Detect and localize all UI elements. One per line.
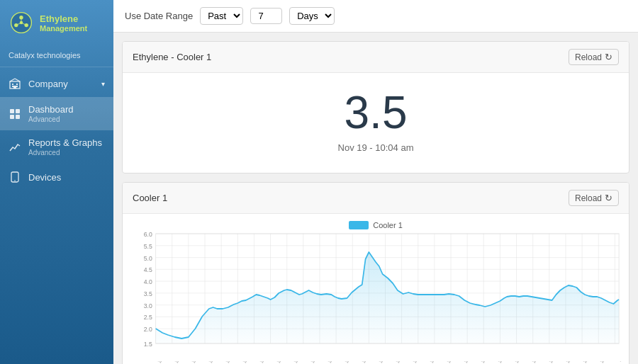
line-chart: 6.0 5.5 5.0 4.5 4.0 3.5 3.0 2.5 2.0 1.5 xyxy=(130,232,622,360)
sidebar-item-company[interactable]: Company ▾ xyxy=(0,70,113,97)
svg-rect-12 xyxy=(16,86,18,87)
chart-body: Cooler 1 xyxy=(123,214,629,364)
svg-text:2.5: 2.5 xyxy=(144,314,152,321)
chart-card-header: Cooler 1 Reload ↻ xyxy=(123,183,629,214)
chart-reload-icon: ↻ xyxy=(605,193,612,203)
reports-nav-sublabel: Advanced xyxy=(28,149,102,157)
building-icon xyxy=(9,77,21,90)
chart-card: Cooler 1 Reload ↻ Cooler 1 xyxy=(122,182,629,364)
days-input[interactable] xyxy=(250,8,282,24)
svg-rect-18 xyxy=(10,115,14,119)
x-axis-labels: 2024-11-12 7PM 2024-11-13 1AM 2024-11-13… xyxy=(130,361,622,364)
chart-reload-label: Reload xyxy=(575,193,602,203)
date-range-label: Use Date Range xyxy=(125,11,193,21)
reload-icon: ↻ xyxy=(605,52,612,62)
ethylene-card: Ethylene - Cooler 1 Reload ↻ 3.5 Nov 19 … xyxy=(122,41,629,174)
svg-rect-13 xyxy=(13,86,16,89)
ethylene-card-title: Ethylene - Cooler 1 xyxy=(133,52,211,62)
sidebar-nav: Company ▾ Dashboard Advanced xyxy=(0,67,113,190)
svg-rect-19 xyxy=(16,115,20,119)
company-nav-label: Company xyxy=(28,79,68,89)
grid-icon xyxy=(9,108,21,120)
logo-text-line2: Management xyxy=(40,24,87,33)
chevron-down-icon: ▾ xyxy=(101,80,105,88)
svg-rect-10 xyxy=(16,84,18,85)
svg-text:6.0: 6.0 xyxy=(144,232,152,238)
logo-text-line1: Ethylene xyxy=(40,13,87,24)
svg-text:5.5: 5.5 xyxy=(144,243,152,250)
reports-nav-label: Reports & Graphs xyxy=(28,137,102,148)
sidebar-item-dashboard[interactable]: Dashboard Advanced xyxy=(0,97,113,130)
svg-text:4.5: 4.5 xyxy=(144,266,152,273)
sidebar-item-reports[interactable]: Reports & Graphs Advanced xyxy=(0,130,113,164)
svg-text:2.0: 2.0 xyxy=(144,326,152,333)
svg-text:4.0: 4.0 xyxy=(144,278,152,285)
logo-icon xyxy=(9,10,34,35)
sidebar-company: Catalyx technologies xyxy=(0,45,113,67)
main-content: Use Date Range Past Days Ethylene - Cool… xyxy=(113,0,638,364)
reload-label: Reload xyxy=(575,52,602,62)
dashboard-nav-label: Dashboard xyxy=(28,104,74,115)
ethylene-card-header: Ethylene - Cooler 1 Reload ↻ xyxy=(123,42,629,73)
dashboard-nav-sublabel: Advanced xyxy=(28,115,74,123)
ethylene-value: 3.5 xyxy=(345,90,408,135)
x-label-27: 2024-11-19 11AM xyxy=(619,361,622,364)
unit-select[interactable]: Days xyxy=(289,7,335,25)
ethylene-value-body: 3.5 Nov 19 - 10:04 am xyxy=(123,73,629,173)
svg-rect-9 xyxy=(12,84,13,85)
svg-rect-11 xyxy=(12,86,13,87)
chart-container: 6.0 5.5 5.0 4.5 4.0 3.5 3.0 2.5 2.0 1.5 xyxy=(130,232,622,364)
sidebar-item-devices[interactable]: Devices xyxy=(0,164,113,190)
legend-color-box xyxy=(349,221,369,229)
past-select[interactable]: Past xyxy=(200,7,243,25)
sidebar-logo: Ethylene Management xyxy=(0,0,113,45)
ethylene-timestamp: Nov 19 - 10:04 am xyxy=(338,142,414,153)
sidebar: Ethylene Management Catalyx technologies… xyxy=(0,0,113,364)
phone-icon xyxy=(9,171,21,183)
content-area: Ethylene - Cooler 1 Reload ↻ 3.5 Nov 19 … xyxy=(113,33,638,364)
svg-point-21 xyxy=(14,180,16,181)
x-label-26: 2024-11-19 7AM xyxy=(599,361,622,364)
svg-text:3.5: 3.5 xyxy=(144,290,152,297)
svg-rect-16 xyxy=(10,109,14,113)
svg-text:1.5: 1.5 xyxy=(144,341,152,348)
chart-icon xyxy=(9,141,21,154)
svg-text:3.0: 3.0 xyxy=(144,302,152,309)
ethylene-reload-button[interactable]: Reload ↻ xyxy=(569,49,619,65)
chart-card-title: Cooler 1 xyxy=(133,193,167,203)
svg-text:5.0: 5.0 xyxy=(144,254,152,261)
legend-label: Cooler 1 xyxy=(373,221,403,229)
devices-nav-label: Devices xyxy=(28,172,61,183)
svg-rect-17 xyxy=(16,109,20,113)
top-bar: Use Date Range Past Days xyxy=(113,0,638,33)
chart-legend: Cooler 1 xyxy=(130,221,622,229)
chart-reload-button[interactable]: Reload ↻ xyxy=(569,190,619,206)
